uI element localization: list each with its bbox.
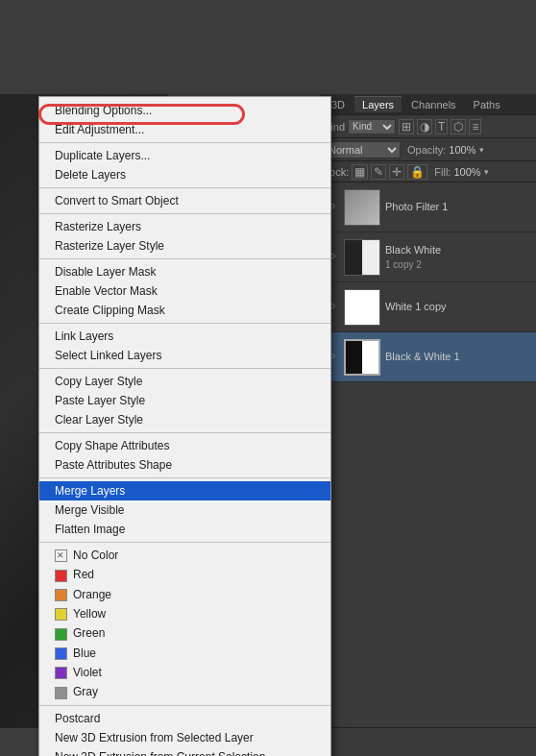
menu-blending-options[interactable]: Blending Options... bbox=[39, 101, 330, 120]
menu-red[interactable]: Red bbox=[39, 565, 330, 584]
menu-paste-layer-style[interactable]: Paste Layer Style bbox=[39, 391, 330, 410]
separator bbox=[39, 432, 330, 433]
tab-layers[interactable]: Layers bbox=[354, 96, 402, 112]
menu-disable-layer-mask[interactable]: Disable Layer Mask bbox=[39, 262, 330, 281]
separator bbox=[39, 213, 330, 214]
menu-orange[interactable]: Orange bbox=[39, 585, 330, 604]
color-swatch-red bbox=[55, 570, 67, 582]
filter-icon-pixel[interactable]: ⊞ bbox=[399, 119, 414, 134]
tab-paths[interactable]: Paths bbox=[466, 97, 508, 112]
menu-select-linked-layers[interactable]: Select Linked Layers bbox=[39, 346, 330, 365]
menu-violet[interactable]: Violet bbox=[39, 663, 330, 682]
layer-row-bw-copy2[interactable]: 👁 Black White1 copy 2 bbox=[320, 232, 536, 282]
blend-mode-select[interactable]: Normal bbox=[324, 141, 401, 159]
separator bbox=[39, 542, 330, 543]
separator bbox=[39, 477, 330, 478]
menu-clear-layer-style[interactable]: Clear Layer Style bbox=[39, 410, 330, 429]
opacity-value[interactable]: 100% bbox=[449, 144, 475, 156]
fill-label: Fill: bbox=[434, 166, 451, 178]
menu-enable-vector-mask[interactable]: Enable Vector Mask bbox=[39, 281, 330, 301]
menu-postcard[interactable]: Postcard bbox=[39, 709, 330, 728]
context-menu: Blending Options... Edit Adjustment... D… bbox=[38, 96, 331, 756]
color-swatch-yellow bbox=[55, 608, 67, 621]
layer-row-bw-active[interactable]: 👁 Black & White 1 bbox=[320, 332, 536, 382]
layer-thumbnail bbox=[344, 339, 380, 376]
menu-edit-adjustment[interactable]: Edit Adjustment... bbox=[39, 120, 330, 139]
menu-gray[interactable]: Gray bbox=[39, 682, 330, 701]
menu-no-color[interactable]: No Color bbox=[39, 546, 330, 565]
menu-copy-layer-style[interactable]: Copy Layer Style bbox=[39, 372, 330, 391]
menu-create-clipping-mask[interactable]: Create Clipping Mask bbox=[39, 301, 330, 320]
layer-name: Black & White 1 bbox=[385, 350, 460, 363]
menu-link-layers[interactable]: Link Layers bbox=[39, 327, 330, 346]
layer-thumbnail bbox=[344, 289, 380, 326]
layer-thumbnail bbox=[344, 189, 380, 226]
color-swatch-blue bbox=[55, 647, 67, 660]
opacity-arrow[interactable]: ▾ bbox=[479, 145, 484, 155]
fill-arrow[interactable]: ▾ bbox=[484, 167, 489, 177]
separator bbox=[39, 368, 330, 369]
kind-select[interactable]: Kind bbox=[348, 119, 396, 134]
menu-new-3d-current[interactable]: New 3D Extrusion from Current Selection bbox=[39, 747, 330, 756]
menu-flatten-image[interactable]: Flatten Image bbox=[39, 520, 330, 539]
menu-paste-shape-attributes[interactable]: Paste Attributes Shape bbox=[39, 455, 330, 475]
separator bbox=[39, 323, 330, 324]
menu-convert-smart-object[interactable]: Convert to Smart Object bbox=[39, 191, 330, 210]
menu-rasterize-layer-style[interactable]: Rasterize Layer Style bbox=[39, 236, 330, 256]
menu-merge-visible[interactable]: Merge Visible bbox=[39, 500, 330, 520]
layer-row-photo-filter[interactable]: 👁 Photo Filter 1 bbox=[320, 183, 536, 232]
menu-blue[interactable]: Blue bbox=[39, 644, 330, 663]
fill-value[interactable]: 100% bbox=[453, 166, 480, 178]
layer-name: White 1 copy bbox=[385, 300, 447, 313]
lock-all[interactable]: 🔒 bbox=[407, 164, 427, 180]
tab-channels[interactable]: Channels bbox=[403, 97, 463, 112]
color-swatch-violet bbox=[55, 667, 67, 679]
layer-thumbnail bbox=[344, 239, 380, 276]
filter-icon-smart[interactable]: ≡ bbox=[469, 119, 481, 134]
menu-new-3d-selected[interactable]: New 3D Extrusion from Selected Layer bbox=[39, 728, 330, 747]
color-swatch-green bbox=[55, 628, 67, 641]
menu-rasterize-layers[interactable]: Rasterize Layers bbox=[39, 217, 330, 236]
lock-brush[interactable]: ✎ bbox=[371, 164, 386, 180]
menu-delete-layers[interactable]: Delete Layers bbox=[39, 165, 330, 184]
color-swatch-orange bbox=[55, 589, 67, 601]
lock-checkerboard[interactable]: ▦ bbox=[352, 164, 368, 180]
layer-name: Black White1 copy 2 bbox=[385, 243, 441, 271]
lock-move[interactable]: ✛ bbox=[389, 164, 404, 180]
separator bbox=[39, 705, 330, 706]
opacity-label: Opacity: bbox=[407, 144, 446, 156]
filter-icon-shape[interactable]: ⬡ bbox=[451, 119, 466, 134]
filter-icon-type[interactable]: T bbox=[435, 119, 448, 134]
menu-merge-layers[interactable]: Merge Layers bbox=[39, 481, 330, 500]
separator bbox=[39, 258, 330, 259]
layer-name: Photo Filter 1 bbox=[385, 200, 448, 213]
layer-row-bw-copy[interactable]: 👁 White 1 copy bbox=[320, 282, 536, 332]
layers-panel: 3D Layers Channels Paths Kind Kind ⊞ ◑ T… bbox=[320, 94, 536, 727]
separator bbox=[39, 142, 330, 143]
menu-green[interactable]: Green bbox=[39, 623, 330, 643]
menu-yellow[interactable]: Yellow bbox=[39, 604, 330, 623]
color-swatch-none bbox=[55, 549, 67, 562]
filter-icon-adjust[interactable]: ◑ bbox=[417, 119, 432, 134]
separator bbox=[39, 187, 330, 188]
menu-copy-shape-attributes[interactable]: Copy Shape Attributes bbox=[39, 436, 330, 455]
menu-duplicate-layers[interactable]: Duplicate Layers... bbox=[39, 146, 330, 165]
color-swatch-gray bbox=[55, 687, 67, 699]
